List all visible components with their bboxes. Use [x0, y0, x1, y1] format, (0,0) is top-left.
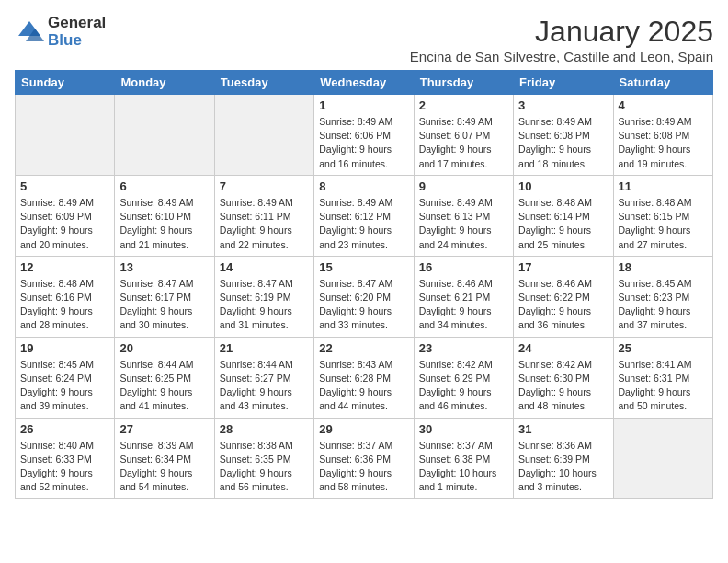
day-number: 22 — [319, 341, 408, 355]
calendar-cell: 11Sunrise: 8:48 AM Sunset: 6:15 PM Dayli… — [613, 175, 712, 256]
day-number: 26 — [20, 422, 109, 436]
calendar-cell: 28Sunrise: 8:38 AM Sunset: 6:35 PM Dayli… — [214, 418, 313, 499]
calendar-cell — [214, 95, 313, 176]
calendar-cell: 8Sunrise: 8:49 AM Sunset: 6:12 PM Daylig… — [314, 175, 414, 256]
calendar-cell: 7Sunrise: 8:49 AM Sunset: 6:11 PM Daylig… — [214, 175, 313, 256]
calendar-cell: 27Sunrise: 8:39 AM Sunset: 6:34 PM Dayli… — [115, 418, 214, 499]
calendar-cell — [16, 95, 115, 176]
day-number: 24 — [518, 341, 608, 355]
weekday-header-tuesday: Tuesday — [214, 71, 313, 95]
day-number: 4 — [619, 98, 708, 112]
weekday-header-sunday: Sunday — [16, 71, 115, 95]
day-info: Sunrise: 8:49 AM Sunset: 6:09 PM Dayligh… — [20, 196, 109, 252]
day-info: Sunrise: 8:49 AM Sunset: 6:06 PM Dayligh… — [319, 115, 408, 171]
weekday-header-thursday: Thursday — [414, 71, 513, 95]
day-number: 28 — [220, 422, 309, 436]
day-number: 5 — [20, 179, 109, 193]
day-info: Sunrise: 8:45 AM Sunset: 6:24 PM Dayligh… — [20, 358, 109, 414]
calendar-cell: 16Sunrise: 8:46 AM Sunset: 6:21 PM Dayli… — [414, 256, 513, 337]
logo-icon — [15, 17, 44, 47]
calendar-cell: 6Sunrise: 8:49 AM Sunset: 6:10 PM Daylig… — [115, 175, 214, 256]
calendar-week-2: 5Sunrise: 8:49 AM Sunset: 6:09 PM Daylig… — [16, 175, 713, 256]
day-number: 31 — [518, 422, 608, 436]
day-number: 8 — [319, 179, 408, 193]
logo-blue: Blue — [48, 32, 106, 50]
day-info: Sunrise: 8:46 AM Sunset: 6:21 PM Dayligh… — [419, 277, 508, 333]
calendar-cell — [613, 418, 712, 499]
day-info: Sunrise: 8:49 AM Sunset: 6:08 PM Dayligh… — [619, 115, 708, 171]
day-number: 12 — [20, 260, 109, 274]
day-number: 6 — [119, 179, 209, 193]
calendar-cell: 21Sunrise: 8:44 AM Sunset: 6:27 PM Dayli… — [214, 337, 313, 418]
day-number: 27 — [119, 422, 209, 436]
weekday-header-row: SundayMondayTuesdayWednesdayThursdayFrid… — [16, 71, 713, 95]
day-number: 25 — [619, 341, 708, 355]
day-number: 30 — [419, 422, 508, 436]
day-info: Sunrise: 8:49 AM Sunset: 6:08 PM Dayligh… — [518, 115, 608, 171]
calendar-cell: 19Sunrise: 8:45 AM Sunset: 6:24 PM Dayli… — [16, 337, 115, 418]
day-number: 7 — [220, 179, 309, 193]
calendar-week-4: 19Sunrise: 8:45 AM Sunset: 6:24 PM Dayli… — [16, 337, 713, 418]
calendar-cell: 9Sunrise: 8:49 AM Sunset: 6:13 PM Daylig… — [414, 175, 513, 256]
calendar-cell: 4Sunrise: 8:49 AM Sunset: 6:08 PM Daylig… — [613, 95, 712, 176]
calendar-cell: 2Sunrise: 8:49 AM Sunset: 6:07 PM Daylig… — [414, 95, 513, 176]
title-block: January 2025 Encina de San Silvestre, Ca… — [410, 15, 713, 64]
day-number: 14 — [220, 260, 309, 274]
calendar-cell: 24Sunrise: 8:42 AM Sunset: 6:30 PM Dayli… — [514, 337, 613, 418]
day-number: 10 — [518, 179, 608, 193]
calendar-cell: 14Sunrise: 8:47 AM Sunset: 6:19 PM Dayli… — [214, 256, 313, 337]
calendar-cell: 13Sunrise: 8:47 AM Sunset: 6:17 PM Dayli… — [115, 256, 214, 337]
day-number: 1 — [319, 98, 408, 112]
day-number: 9 — [419, 179, 508, 193]
day-info: Sunrise: 8:37 AM Sunset: 6:38 PM Dayligh… — [419, 439, 508, 495]
calendar-cell: 25Sunrise: 8:41 AM Sunset: 6:31 PM Dayli… — [613, 337, 712, 418]
day-info: Sunrise: 8:37 AM Sunset: 6:36 PM Dayligh… — [319, 439, 408, 495]
subtitle: Encina de San Silvestre, Castille and Le… — [410, 49, 713, 64]
day-number: 13 — [119, 260, 209, 274]
day-info: Sunrise: 8:47 AM Sunset: 6:20 PM Dayligh… — [319, 277, 408, 333]
day-number: 17 — [518, 260, 608, 274]
calendar-table: SundayMondayTuesdayWednesdayThursdayFrid… — [15, 70, 713, 499]
weekday-header-friday: Friday — [514, 71, 613, 95]
day-number: 3 — [518, 98, 608, 112]
logo: General Blue — [15, 15, 106, 49]
calendar-week-3: 12Sunrise: 8:48 AM Sunset: 6:16 PM Dayli… — [16, 256, 713, 337]
calendar-week-5: 26Sunrise: 8:40 AM Sunset: 6:33 PM Dayli… — [16, 418, 713, 499]
day-number: 23 — [419, 341, 508, 355]
calendar-cell: 26Sunrise: 8:40 AM Sunset: 6:33 PM Dayli… — [16, 418, 115, 499]
calendar-cell: 3Sunrise: 8:49 AM Sunset: 6:08 PM Daylig… — [514, 95, 613, 176]
day-number: 21 — [220, 341, 309, 355]
day-info: Sunrise: 8:42 AM Sunset: 6:30 PM Dayligh… — [518, 358, 608, 414]
calendar-cell: 12Sunrise: 8:48 AM Sunset: 6:16 PM Dayli… — [16, 256, 115, 337]
day-info: Sunrise: 8:38 AM Sunset: 6:35 PM Dayligh… — [220, 439, 309, 495]
day-info: Sunrise: 8:44 AM Sunset: 6:25 PM Dayligh… — [119, 358, 209, 414]
day-info: Sunrise: 8:48 AM Sunset: 6:16 PM Dayligh… — [20, 277, 109, 333]
calendar-cell: 31Sunrise: 8:36 AM Sunset: 6:39 PM Dayli… — [514, 418, 613, 499]
day-info: Sunrise: 8:49 AM Sunset: 6:07 PM Dayligh… — [419, 115, 508, 171]
day-info: Sunrise: 8:45 AM Sunset: 6:23 PM Dayligh… — [619, 277, 708, 333]
calendar-cell: 17Sunrise: 8:46 AM Sunset: 6:22 PM Dayli… — [514, 256, 613, 337]
day-info: Sunrise: 8:49 AM Sunset: 6:10 PM Dayligh… — [119, 196, 209, 252]
day-info: Sunrise: 8:46 AM Sunset: 6:22 PM Dayligh… — [518, 277, 608, 333]
day-info: Sunrise: 8:48 AM Sunset: 6:14 PM Dayligh… — [518, 196, 608, 252]
weekday-header-monday: Monday — [115, 71, 214, 95]
day-info: Sunrise: 8:49 AM Sunset: 6:12 PM Dayligh… — [319, 196, 408, 252]
day-number: 29 — [319, 422, 408, 436]
day-info: Sunrise: 8:39 AM Sunset: 6:34 PM Dayligh… — [119, 439, 209, 495]
calendar-cell: 29Sunrise: 8:37 AM Sunset: 6:36 PM Dayli… — [314, 418, 414, 499]
calendar-cell: 18Sunrise: 8:45 AM Sunset: 6:23 PM Dayli… — [613, 256, 712, 337]
day-info: Sunrise: 8:47 AM Sunset: 6:19 PM Dayligh… — [220, 277, 309, 333]
day-info: Sunrise: 8:40 AM Sunset: 6:33 PM Dayligh… — [20, 439, 109, 495]
header: General Blue January 2025 Encina de San … — [15, 15, 713, 64]
calendar-cell: 5Sunrise: 8:49 AM Sunset: 6:09 PM Daylig… — [16, 175, 115, 256]
calendar-cell: 22Sunrise: 8:43 AM Sunset: 6:28 PM Dayli… — [314, 337, 414, 418]
day-info: Sunrise: 8:42 AM Sunset: 6:29 PM Dayligh… — [419, 358, 508, 414]
day-number: 16 — [419, 260, 508, 274]
calendar-cell — [115, 95, 214, 176]
logo-general: General — [48, 15, 106, 32]
day-info: Sunrise: 8:44 AM Sunset: 6:27 PM Dayligh… — [220, 358, 309, 414]
weekday-header-saturday: Saturday — [613, 71, 712, 95]
day-info: Sunrise: 8:36 AM Sunset: 6:39 PM Dayligh… — [518, 439, 608, 495]
day-info: Sunrise: 8:43 AM Sunset: 6:28 PM Dayligh… — [319, 358, 408, 414]
day-info: Sunrise: 8:49 AM Sunset: 6:13 PM Dayligh… — [419, 196, 508, 252]
